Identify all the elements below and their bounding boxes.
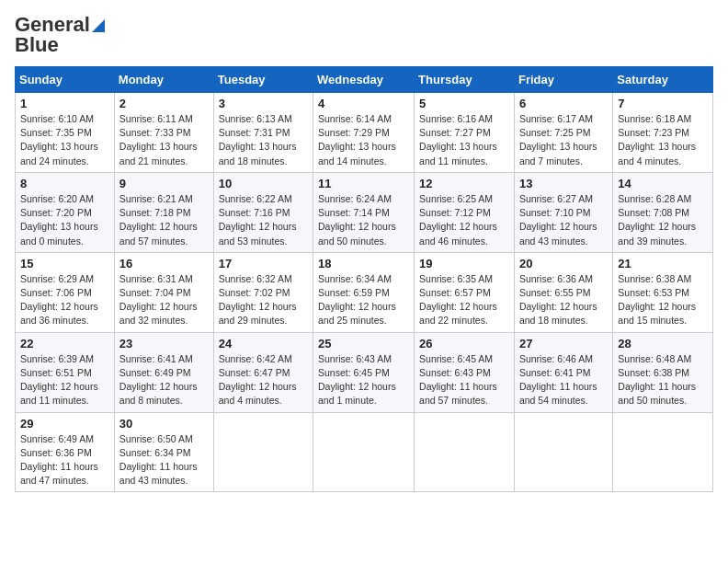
logo: General Blue: [15, 15, 105, 55]
day-info: Sunrise: 6:11 AM Sunset: 7:33 PM Dayligh…: [119, 112, 209, 168]
calendar-cell: 17Sunrise: 6:32 AM Sunset: 7:02 PM Dayli…: [213, 252, 313, 332]
calendar-week-3: 15Sunrise: 6:29 AM Sunset: 7:06 PM Dayli…: [16, 252, 713, 332]
day-info: Sunrise: 6:48 AM Sunset: 6:38 PM Dayligh…: [618, 352, 708, 408]
day-number: 20: [519, 257, 608, 270]
calendar-cell: 29Sunrise: 6:49 AM Sunset: 6:36 PM Dayli…: [16, 412, 115, 492]
calendar-cell: 27Sunrise: 6:46 AM Sunset: 6:41 PM Dayli…: [514, 332, 612, 412]
day-number: 3: [219, 97, 308, 110]
day-info: Sunrise: 6:32 AM Sunset: 7:02 PM Dayligh…: [219, 272, 308, 328]
day-info: Sunrise: 6:29 AM Sunset: 7:06 PM Dayligh…: [20, 272, 109, 328]
calendar-week-2: 8Sunrise: 6:20 AM Sunset: 7:20 PM Daylig…: [16, 172, 713, 252]
calendar-cell: 20Sunrise: 6:36 AM Sunset: 6:55 PM Dayli…: [514, 252, 612, 332]
day-info: Sunrise: 6:18 AM Sunset: 7:23 PM Dayligh…: [618, 112, 708, 168]
day-number: 5: [419, 97, 509, 110]
calendar-cell: 24Sunrise: 6:42 AM Sunset: 6:47 PM Dayli…: [213, 332, 313, 412]
day-number: 17: [219, 257, 308, 270]
day-number: 11: [318, 177, 409, 190]
calendar-cell: 14Sunrise: 6:28 AM Sunset: 7:08 PM Dayli…: [613, 172, 713, 252]
day-info: Sunrise: 6:14 AM Sunset: 7:29 PM Dayligh…: [318, 112, 409, 168]
day-number: 7: [618, 97, 708, 110]
calendar-cell: [313, 412, 415, 492]
day-info: Sunrise: 6:10 AM Sunset: 7:35 PM Dayligh…: [20, 112, 109, 168]
day-number: 24: [219, 337, 308, 350]
calendar-cell: 4Sunrise: 6:14 AM Sunset: 7:29 PM Daylig…: [313, 93, 415, 173]
day-number: 15: [20, 257, 109, 270]
calendar-week-1: 1Sunrise: 6:10 AM Sunset: 7:35 PM Daylig…: [16, 93, 713, 173]
day-info: Sunrise: 6:31 AM Sunset: 7:04 PM Dayligh…: [119, 272, 209, 328]
calendar-cell: [415, 412, 515, 492]
day-number: 28: [618, 337, 708, 350]
calendar-cell: 22Sunrise: 6:39 AM Sunset: 6:51 PM Dayli…: [16, 332, 115, 412]
day-number: 9: [119, 177, 209, 190]
day-info: Sunrise: 6:24 AM Sunset: 7:14 PM Dayligh…: [318, 192, 409, 248]
day-number: 27: [519, 337, 608, 350]
day-number: 23: [119, 337, 209, 350]
calendar-cell: 2Sunrise: 6:11 AM Sunset: 7:33 PM Daylig…: [114, 93, 213, 173]
logo-general: General: [15, 15, 105, 35]
day-number: 14: [618, 177, 708, 190]
day-info: Sunrise: 6:36 AM Sunset: 6:55 PM Dayligh…: [519, 272, 608, 328]
day-info: Sunrise: 6:16 AM Sunset: 7:27 PM Dayligh…: [419, 112, 509, 168]
weekday-wednesday: Wednesday: [313, 67, 415, 93]
day-info: Sunrise: 6:35 AM Sunset: 6:57 PM Dayligh…: [419, 272, 509, 328]
day-info: Sunrise: 6:46 AM Sunset: 6:41 PM Dayligh…: [519, 352, 608, 408]
calendar-cell: [514, 412, 612, 492]
calendar-cell: 7Sunrise: 6:18 AM Sunset: 7:23 PM Daylig…: [613, 93, 713, 173]
calendar-cell: 10Sunrise: 6:22 AM Sunset: 7:16 PM Dayli…: [213, 172, 313, 252]
day-info: Sunrise: 6:27 AM Sunset: 7:10 PM Dayligh…: [519, 192, 608, 248]
calendar-cell: 3Sunrise: 6:13 AM Sunset: 7:31 PM Daylig…: [213, 93, 313, 173]
weekday-sunday: Sunday: [16, 67, 115, 93]
weekday-saturday: Saturday: [613, 67, 713, 93]
day-number: 25: [318, 337, 409, 350]
calendar-week-4: 22Sunrise: 6:39 AM Sunset: 6:51 PM Dayli…: [16, 332, 713, 412]
day-number: 19: [419, 257, 509, 270]
day-info: Sunrise: 6:13 AM Sunset: 7:31 PM Dayligh…: [219, 112, 308, 168]
day-info: Sunrise: 6:41 AM Sunset: 6:49 PM Dayligh…: [119, 352, 209, 408]
logo-blue: Blue: [15, 35, 59, 55]
day-number: 4: [318, 97, 409, 110]
day-number: 26: [419, 337, 509, 350]
day-number: 21: [618, 257, 708, 270]
calendar-cell: 15Sunrise: 6:29 AM Sunset: 7:06 PM Dayli…: [16, 252, 115, 332]
day-number: 16: [119, 257, 209, 270]
weekday-tuesday: Tuesday: [213, 67, 313, 93]
day-number: 10: [219, 177, 308, 190]
day-number: 29: [20, 417, 109, 431]
day-info: Sunrise: 6:38 AM Sunset: 6:53 PM Dayligh…: [618, 272, 708, 328]
day-number: 8: [20, 177, 109, 190]
day-number: 6: [519, 97, 608, 110]
day-number: 22: [20, 337, 109, 350]
weekday-header-row: SundayMondayTuesdayWednesdayThursdayFrid…: [16, 67, 713, 93]
calendar-cell: 8Sunrise: 6:20 AM Sunset: 7:20 PM Daylig…: [16, 172, 115, 252]
day-info: Sunrise: 6:34 AM Sunset: 6:59 PM Dayligh…: [318, 272, 409, 328]
day-number: 2: [119, 97, 209, 110]
day-info: Sunrise: 6:20 AM Sunset: 7:20 PM Dayligh…: [20, 192, 109, 248]
calendar-cell: 25Sunrise: 6:43 AM Sunset: 6:45 PM Dayli…: [313, 332, 415, 412]
day-info: Sunrise: 6:22 AM Sunset: 7:16 PM Dayligh…: [219, 192, 308, 248]
day-number: 30: [119, 417, 209, 431]
calendar-cell: 13Sunrise: 6:27 AM Sunset: 7:10 PM Dayli…: [514, 172, 612, 252]
calendar-cell: 28Sunrise: 6:48 AM Sunset: 6:38 PM Dayli…: [613, 332, 713, 412]
calendar-cell: 21Sunrise: 6:38 AM Sunset: 6:53 PM Dayli…: [613, 252, 713, 332]
calendar-cell: 6Sunrise: 6:17 AM Sunset: 7:25 PM Daylig…: [514, 93, 612, 173]
day-info: Sunrise: 6:17 AM Sunset: 7:25 PM Dayligh…: [519, 112, 608, 168]
weekday-thursday: Thursday: [415, 67, 515, 93]
calendar-cell: 26Sunrise: 6:45 AM Sunset: 6:43 PM Dayli…: [415, 332, 515, 412]
calendar-table: SundayMondayTuesdayWednesdayThursdayFrid…: [15, 66, 713, 492]
calendar-cell: 9Sunrise: 6:21 AM Sunset: 7:18 PM Daylig…: [114, 172, 213, 252]
weekday-monday: Monday: [114, 67, 213, 93]
day-info: Sunrise: 6:21 AM Sunset: 7:18 PM Dayligh…: [119, 192, 209, 248]
page-header: General Blue: [15, 15, 713, 55]
day-number: 1: [20, 97, 109, 110]
calendar-cell: [613, 412, 713, 492]
day-info: Sunrise: 6:25 AM Sunset: 7:12 PM Dayligh…: [419, 192, 509, 248]
calendar-cell: 19Sunrise: 6:35 AM Sunset: 6:57 PM Dayli…: [415, 252, 515, 332]
calendar-cell: 5Sunrise: 6:16 AM Sunset: 7:27 PM Daylig…: [415, 93, 515, 173]
day-number: 12: [419, 177, 509, 190]
calendar-week-5: 29Sunrise: 6:49 AM Sunset: 6:36 PM Dayli…: [16, 412, 713, 492]
calendar-cell: 16Sunrise: 6:31 AM Sunset: 7:04 PM Dayli…: [114, 252, 213, 332]
day-info: Sunrise: 6:43 AM Sunset: 6:45 PM Dayligh…: [318, 352, 409, 408]
day-info: Sunrise: 6:42 AM Sunset: 6:47 PM Dayligh…: [219, 352, 308, 408]
day-info: Sunrise: 6:45 AM Sunset: 6:43 PM Dayligh…: [419, 352, 509, 408]
calendar-cell: 11Sunrise: 6:24 AM Sunset: 7:14 PM Dayli…: [313, 172, 415, 252]
